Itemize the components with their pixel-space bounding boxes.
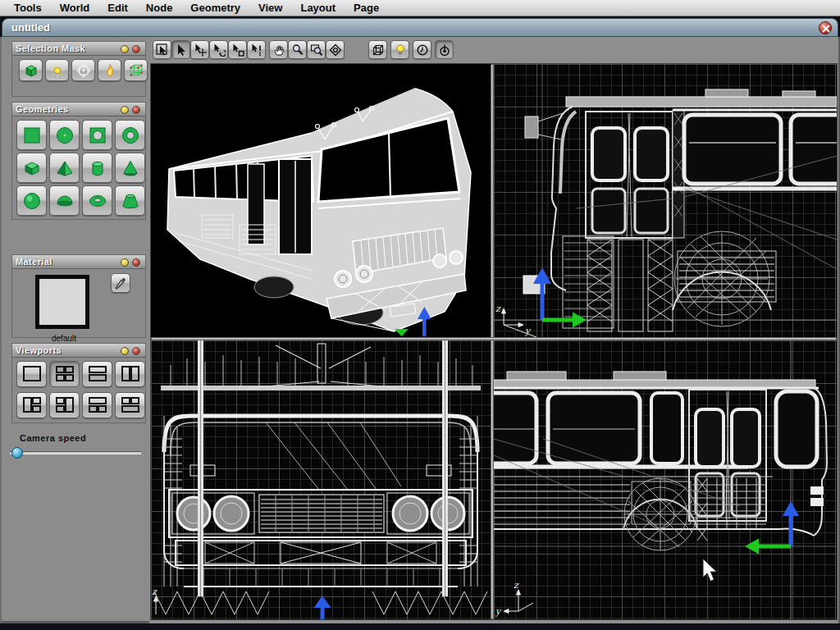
geometry-plane-hole-button[interactable] [82, 120, 112, 150]
layout-right-tall-button[interactable] [49, 392, 80, 418]
window-title-bar[interactable]: untitled [2, 18, 838, 37]
vertical-splitter[interactable] [491, 64, 494, 619]
viewport-perspective[interactable] [151, 64, 491, 337]
bus-wireframe-side: z y [494, 340, 837, 619]
mask-light-button[interactable] [45, 59, 69, 81]
pan-hand-button[interactable] [269, 40, 288, 59]
viewport-side-zoom[interactable]: z y [494, 64, 837, 337]
axis-z-label: z [495, 304, 501, 314]
panel-minimize-button[interactable] [121, 347, 129, 355]
select-cursor-icon [175, 43, 188, 57]
panel-minimize-button[interactable] [121, 45, 129, 53]
geometry-disc-button[interactable] [49, 120, 80, 150]
slider-knob[interactable] [11, 447, 23, 459]
geometry-sphere-button[interactable] [16, 185, 47, 216]
frame-all-button[interactable] [326, 40, 345, 59]
axis-constraint-button[interactable] [435, 40, 454, 59]
gizmo-axis-side[interactable] [542, 313, 587, 328]
slider-track[interactable] [10, 451, 141, 454]
rotate-button[interactable] [209, 40, 228, 59]
menu-view[interactable]: View [249, 1, 291, 15]
wireframe-mode-button[interactable] [368, 40, 387, 59]
panel-close-button[interactable] [132, 106, 140, 114]
camera-speed-label: Camera speed [20, 433, 86, 443]
geometry-frustum-button[interactable] [115, 185, 145, 216]
select-button[interactable] [171, 40, 190, 59]
layout-bottom-wide-icon [120, 396, 141, 414]
app-window: untitled Selection Mask [0, 18, 840, 623]
screen: Tools World Edit Node Geometry View Layo… [0, 0, 840, 630]
geometry-pyramid-button[interactable] [49, 153, 80, 183]
menu-page[interactable]: Page [345, 1, 388, 15]
geometries-titlebar[interactable]: Geometries [12, 103, 145, 116]
close-button[interactable] [819, 21, 832, 34]
animation-time-button[interactable] [413, 40, 431, 59]
mouse-cursor [703, 559, 717, 582]
geometries-panel: Geometries [11, 102, 146, 220]
cylinder-icon [87, 158, 108, 179]
menu-node[interactable]: Node [137, 1, 182, 15]
gizmo-axis-up[interactable] [783, 501, 799, 546]
modify-button[interactable] [247, 40, 266, 59]
geometry-cube-button[interactable] [16, 153, 47, 183]
gizmo-axis-side[interactable] [745, 539, 791, 555]
menu-tools[interactable]: Tools [5, 1, 51, 15]
viewports-titlebar[interactable]: Viewports [12, 344, 145, 358]
selection-mask-titlebar[interactable]: Selection Mask [12, 42, 145, 56]
material-title: Material [16, 257, 52, 267]
layout-top-wide-icon [87, 396, 108, 414]
panel-close-button[interactable] [132, 45, 140, 53]
layout-left-tall-button[interactable] [16, 392, 47, 418]
axis-indicator [502, 308, 537, 337]
torus-icon [87, 190, 108, 212]
axis-y-label: y [495, 606, 502, 617]
geometry-plane-button[interactable] [16, 120, 47, 150]
menu-edit[interactable]: Edit [98, 1, 137, 15]
mask-flame-button[interactable] [98, 59, 121, 81]
geometry-ring-button[interactable] [115, 120, 145, 150]
layout-bottom-wide-button[interactable] [115, 392, 145, 418]
menu-geometry[interactable]: Geometry [181, 1, 249, 15]
material-swatch[interactable] [35, 275, 89, 329]
axis-arrow-depth[interactable] [395, 329, 409, 336]
zoom-button[interactable] [288, 40, 307, 59]
menu-layout[interactable]: Layout [291, 1, 345, 15]
camera-speed-slider[interactable] [10, 447, 141, 459]
layout-two-rows-button[interactable] [82, 361, 112, 387]
layout-quad-button[interactable] [49, 361, 80, 387]
scale-button[interactable] [228, 40, 247, 59]
move-button[interactable] [190, 40, 209, 59]
cone-icon [120, 158, 141, 179]
mask-wireframe-button[interactable] [124, 59, 148, 81]
panel-minimize-button[interactable] [121, 106, 129, 114]
viewport-side[interactable]: z y [494, 340, 837, 619]
layout-top-wide-button[interactable] [82, 392, 112, 418]
mask-mesh-button[interactable] [19, 59, 43, 81]
geometry-cylinder-button[interactable] [82, 153, 112, 183]
geometry-cone-button[interactable] [115, 153, 145, 183]
material-eyedropper-button[interactable] [111, 273, 130, 293]
gizmo-axis-up[interactable] [314, 596, 331, 619]
layout-single-button[interactable] [16, 361, 47, 387]
lighting-button[interactable] [390, 40, 409, 59]
panel-close-button[interactable] [132, 347, 140, 355]
layout-two-columns-button[interactable] [115, 361, 145, 387]
material-titlebar[interactable]: Material [12, 255, 145, 269]
geometry-dome-button[interactable] [49, 185, 80, 216]
viewport-front[interactable]: z [151, 340, 491, 619]
modify-icon [250, 43, 263, 57]
material-swatch-label: default [12, 334, 116, 343]
zoom-icon [291, 43, 304, 57]
panel-close-button[interactable] [132, 258, 140, 267]
horizontal-splitter[interactable] [151, 337, 837, 340]
geometry-torus-button[interactable] [82, 185, 112, 216]
select-rect-button[interactable] [153, 40, 171, 59]
mask-camera-button[interactable] [71, 59, 95, 81]
menu-world[interactable]: World [51, 1, 99, 15]
bus-wireframe-side-zoom: z y [494, 64, 837, 337]
zoom-region-button[interactable] [307, 40, 326, 59]
select-rect-icon [156, 43, 169, 57]
dome-icon [54, 190, 75, 212]
viewport-toolbar [153, 40, 454, 59]
panel-minimize-button[interactable] [121, 258, 129, 267]
